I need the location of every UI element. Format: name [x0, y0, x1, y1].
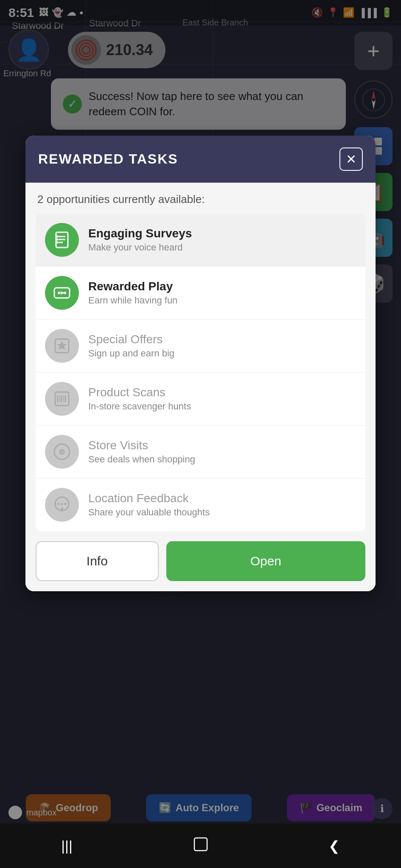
task-list: Engaging Surveys Make your voice heard R… — [36, 214, 365, 531]
task-item-engaging-surveys[interactable]: Engaging Surveys Make your voice heard — [36, 214, 365, 267]
engaging-surveys-icon — [45, 223, 79, 257]
rewarded-play-icon — [45, 276, 79, 310]
special-offers-title: Special Offers — [88, 333, 356, 346]
task-item-location-feedback[interactable]: Location Feedback Share your valuable th… — [36, 479, 365, 531]
nav-home-button[interactable] — [184, 833, 218, 859]
open-button[interactable]: Open — [166, 541, 365, 581]
engaging-surveys-subtitle: Make your voice heard — [88, 242, 356, 253]
location-feedback-info: Location Feedback Share your valuable th… — [88, 492, 356, 518]
svg-point-31 — [61, 451, 63, 453]
modal-title: REWARDED TASKS — [38, 151, 178, 167]
product-scans-info: Product Scans In-store scavenger hunts — [88, 386, 356, 412]
nav-back-button[interactable]: ❮ — [317, 833, 351, 859]
svg-point-33 — [58, 503, 60, 505]
engaging-surveys-info: Engaging Surveys Make your voice heard — [88, 227, 356, 253]
nav-recents-button[interactable]: ||| — [50, 833, 84, 859]
task-item-special-offers[interactable]: Special Offers Sign up and earn big — [36, 320, 365, 373]
info-button[interactable]: Info — [36, 541, 159, 581]
modal-close-button[interactable]: ✕ — [339, 147, 363, 171]
rewarded-play-title: Rewarded Play — [88, 280, 356, 293]
store-visits-title: Store Visits — [88, 439, 356, 452]
rewarded-tasks-modal: REWARDED TASKS ✕ 2 opportunities current… — [25, 136, 376, 591]
svg-point-18 — [58, 292, 60, 294]
rewarded-play-info: Rewarded Play Earn while having fun — [88, 280, 356, 306]
special-offers-info: Special Offers Sign up and earn big — [88, 333, 356, 359]
special-offers-icon — [45, 329, 79, 363]
nav-back-icon: ❮ — [328, 838, 340, 854]
task-item-store-visits[interactable]: Store Visits See deals when shopping — [36, 426, 365, 479]
svg-point-16 — [56, 242, 59, 244]
store-visits-subtitle: See deals when shopping — [88, 454, 356, 465]
task-item-product-scans[interactable]: Product Scans In-store scavenger hunts — [36, 373, 365, 426]
svg-point-15 — [56, 239, 59, 241]
nav-home-icon — [192, 836, 209, 856]
modal-header: REWARDED TASKS ✕ — [25, 136, 376, 183]
task-item-rewarded-play[interactable]: Rewarded Play Earn while having fun — [36, 267, 365, 320]
svg-rect-36 — [194, 838, 207, 851]
modal-body: 2 opportunities currently available: — [25, 183, 376, 531]
store-visits-icon — [45, 435, 79, 469]
nav-recents-icon: ||| — [61, 837, 73, 854]
svg-point-35 — [64, 503, 67, 505]
rewarded-play-subtitle: Earn while having fun — [88, 295, 356, 306]
special-offers-subtitle: Sign up and earn big — [88, 348, 356, 359]
modal-footer: Info Open — [25, 531, 376, 591]
product-scans-title: Product Scans — [88, 386, 356, 399]
svg-marker-22 — [57, 341, 67, 350]
svg-point-34 — [61, 503, 63, 505]
product-scans-subtitle: In-store scavenger hunts — [88, 401, 356, 412]
location-feedback-subtitle: Share your valuable thoughts — [88, 507, 356, 518]
svg-marker-20 — [61, 291, 64, 295]
svg-point-14 — [56, 236, 59, 238]
product-scans-icon — [45, 382, 79, 416]
store-visits-info: Store Visits See deals when shopping — [88, 439, 356, 465]
nav-bar: ||| ❮ — [0, 823, 401, 868]
opportunities-text: 2 opportunities currently available: — [36, 193, 365, 206]
location-feedback-icon — [45, 488, 79, 522]
engaging-surveys-title: Engaging Surveys — [88, 227, 356, 240]
location-feedback-title: Location Feedback — [88, 492, 356, 505]
